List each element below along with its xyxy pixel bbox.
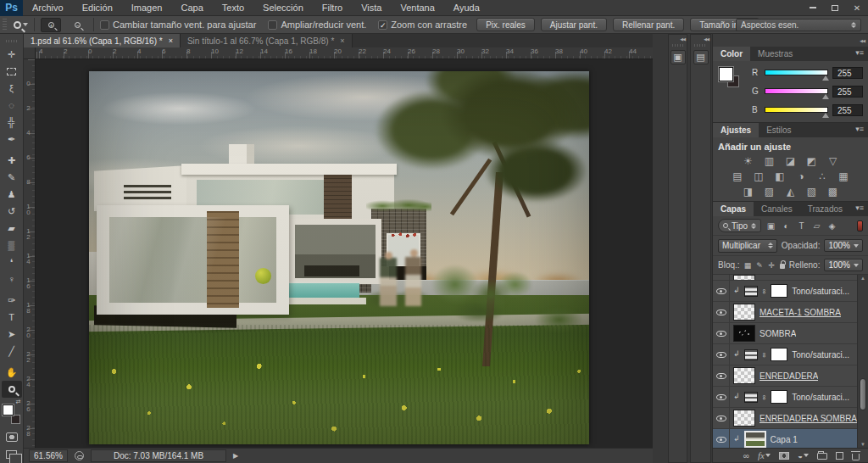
brush-tool[interactable]: ✎	[2, 169, 22, 186]
adjustment-icon-thumbnail[interactable]	[744, 286, 758, 297]
ruler-corner[interactable]	[24, 47, 36, 59]
visibility-cell[interactable]	[713, 408, 730, 428]
add-layer-mask-icon[interactable]	[779, 452, 789, 460]
photo-filter-icon[interactable]: ◑	[795, 170, 807, 182]
invert-icon[interactable]: ◨	[743, 186, 754, 198]
ajustar-pant-button[interactable]: Ajustar pant.	[541, 18, 607, 31]
options-grip[interactable]	[3, 19, 7, 31]
dodge-tool[interactable]: ♀	[2, 271, 22, 287]
strip-grip[interactable]	[694, 44, 707, 47]
eye-icon[interactable]	[716, 394, 726, 400]
strip-grip[interactable]	[672, 44, 683, 47]
scroll-up-icon[interactable]: ▲	[858, 276, 868, 281]
tab-capas[interactable]: Capas	[713, 202, 754, 216]
dock-collapse-icon[interactable]: ◀◀	[713, 34, 868, 47]
tab-estilos[interactable]: Estilos	[759, 123, 798, 137]
checkbox-icon[interactable]	[100, 20, 109, 30]
color-lookup-icon[interactable]: ▦	[837, 170, 849, 182]
eye-icon[interactable]	[716, 310, 726, 315]
scroll-down-icon[interactable]: ▼	[858, 442, 868, 447]
filter-type-layers-icon[interactable]: T	[796, 221, 807, 231]
workspace-switcher[interactable]: Aspectos esen.	[736, 19, 861, 31]
color-balance-icon[interactable]: ◫	[753, 170, 765, 182]
status-options-arrow[interactable]: ▶	[233, 452, 238, 460]
quick-mask-icon[interactable]	[6, 432, 18, 442]
lock-pixels-icon[interactable]: ✎	[756, 261, 764, 270]
clone-stamp-tool[interactable]: ♟	[2, 186, 22, 203]
close-button[interactable]: ✕	[846, 0, 868, 15]
layer-mask-thumbnail[interactable]	[771, 390, 787, 404]
menu-vista[interactable]: Vista	[352, 0, 391, 16]
history-panel-icon[interactable]: ▣	[670, 50, 686, 64]
type-tool[interactable]: T	[2, 309, 22, 326]
vertical-ruler[interactable]: 024681012141618202224262830	[24, 59, 36, 448]
channel-value-b[interactable]: 255	[832, 104, 863, 116]
layer-thumbnail[interactable]	[733, 410, 755, 427]
layer-thumbnail[interactable]	[733, 275, 755, 281]
lock-position-icon[interactable]: ✛	[768, 261, 776, 270]
document-tab[interactable]: Sin título-1 al 66.7% (Capa 1, RGB/8) *×	[181, 34, 353, 47]
visibility-cell[interactable]	[713, 281, 730, 301]
blend-mode-dropdown[interactable]: Multiplicar	[718, 239, 777, 253]
minimize-button[interactable]	[802, 0, 824, 15]
tab-close-icon[interactable]: ×	[340, 36, 344, 45]
gradient-map-icon[interactable]: ▧	[806, 186, 818, 198]
selective-color-icon[interactable]: ▩	[827, 186, 839, 198]
hue-saturation-icon[interactable]: ▤	[732, 170, 743, 182]
filter-adjustment-layers-icon[interactable]: ◐	[781, 221, 792, 231]
layer-filter-type-dropdown[interactable]: Tipo	[718, 219, 761, 232]
layer-row[interactable]: ↲∞Tono/saturaci...	[713, 387, 857, 408]
posterize-icon[interactable]: ▨	[764, 186, 776, 198]
lock-transparency-icon[interactable]: ▦	[744, 261, 752, 270]
visibility-cell[interactable]	[713, 344, 730, 365]
lasso-tool[interactable]: ξ	[2, 80, 22, 97]
layer-row[interactable]: ENREDADERA	[713, 365, 857, 387]
gradient-tool[interactable]: ▒	[2, 237, 22, 254]
filter-smart-object-icon[interactable]: ◈	[826, 221, 837, 231]
history-brush-tool[interactable]: ↺	[2, 203, 22, 220]
eye-icon[interactable]	[716, 416, 726, 421]
menu-imagen[interactable]: Imagen	[122, 0, 172, 16]
fill-field[interactable]: 100%	[824, 259, 863, 271]
panel-menu-icon[interactable]: ▾≡	[851, 123, 868, 137]
filter-shape-layers-icon[interactable]: ▱	[811, 221, 822, 231]
adobe-drive-icon[interactable]	[75, 451, 84, 460]
layer-mask-thumbnail[interactable]	[771, 348, 787, 361]
levels-icon[interactable]: ▥	[764, 155, 776, 167]
zoom-tool[interactable]	[2, 381, 22, 398]
brightness-contrast-icon[interactable]: ☀	[743, 155, 754, 167]
layer-name[interactable]: Tono/saturaci...	[792, 287, 849, 296]
menu-archivo[interactable]: Archivo	[23, 0, 73, 16]
visibility-cell[interactable]	[713, 302, 730, 322]
eraser-tool[interactable]: ▰	[2, 220, 22, 237]
background-color-swatch[interactable]	[11, 415, 20, 424]
spot-healing-brush-tool[interactable]: ✚	[2, 152, 22, 169]
restore-button[interactable]	[824, 0, 846, 15]
eyedropper-tool[interactable]: ✒	[2, 131, 22, 148]
channel-slider-r[interactable]	[765, 70, 828, 75]
horizontal-ruler[interactable]: 4202468101214161820222426283032343638404…	[36, 47, 653, 59]
menu-selecci-n[interactable]: Selección	[253, 0, 313, 16]
foreground-color-swatch[interactable]	[719, 67, 733, 81]
channel-value-r[interactable]: 255	[832, 67, 863, 79]
layer-row[interactable]: ↲∞Tono/saturaci...	[713, 344, 857, 365]
filter-pixel-layers-icon[interactable]: ▣	[765, 221, 776, 231]
layer-thumbnail[interactable]	[733, 304, 755, 321]
document-canvas-image[interactable]	[89, 71, 589, 444]
tab-trazados[interactable]: Trazados	[800, 202, 850, 216]
menu-ayuda[interactable]: Ayuda	[444, 0, 489, 16]
channel-slider-g[interactable]	[765, 88, 828, 94]
option-ampliar-reducir-vent[interactable]: Ampliar/reducir vent.	[268, 20, 366, 30]
layer-thumbnail[interactable]	[733, 367, 755, 384]
layer-name[interactable]: Tono/saturaci...	[792, 350, 849, 360]
checkbox-icon[interactable]	[268, 20, 277, 30]
threshold-icon[interactable]: ◭	[785, 186, 797, 198]
adjustment-icon-thumbnail[interactable]	[744, 349, 758, 360]
lock-all-icon[interactable]	[780, 264, 785, 269]
layer-style-icon[interactable]: fx	[758, 450, 771, 460]
eye-icon[interactable]	[716, 437, 726, 443]
layer-name[interactable]: Tono/saturaci...	[792, 393, 849, 402]
layer-mask-thumbnail[interactable]	[771, 284, 787, 298]
layer-row[interactable]	[713, 275, 857, 281]
new-group-icon[interactable]	[817, 451, 827, 460]
